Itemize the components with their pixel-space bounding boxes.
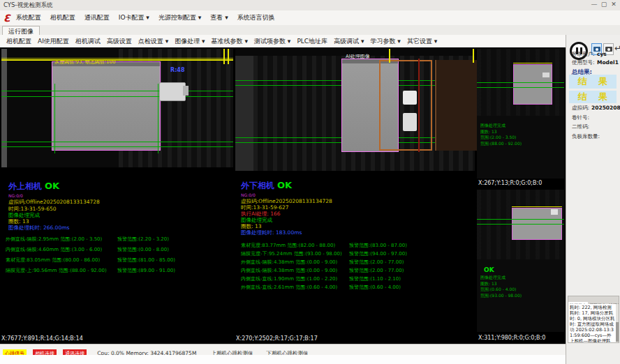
thumb1-camera-viewport[interactable]: 图像处理完成 圈数: 13 范围:(2.00 - 3.50) 范围:(88.00… xyxy=(477,49,564,179)
thumb1-line-0: 图像处理完成 xyxy=(480,123,522,129)
menu-item-comm-config[interactable]: 通讯配置 xyxy=(84,13,110,22)
log-text: 耗时: 222, 网络检测耗时: 17, 网络分发耗时: 0, 网络模块分区耗时… xyxy=(568,304,619,342)
left-warn-0: 预警范围:(2.20 - 3.20) xyxy=(117,236,169,243)
left-yellow-vseg-a xyxy=(223,49,225,64)
middle-warn-0: 预警范围:(83.00 - 87.00) xyxy=(349,242,407,249)
minimize-button[interactable]: — xyxy=(589,1,599,8)
thumb1-bright-blob xyxy=(542,73,549,77)
log-panel: 运行日志报警日志错误日志 耗时: 222, 网络检测耗时: 17, 网络分发耗时… xyxy=(568,296,619,343)
left-overlay-yellow-line-b xyxy=(1,59,233,61)
middle-orange-roi xyxy=(379,60,432,151)
needle-number-label: 卷针号: xyxy=(572,114,589,121)
thumb2-status-bar: X:311;Y:980;R:0;G:0;B:0 xyxy=(477,333,564,343)
window-title: CYS-视觉检测系统 xyxy=(3,1,52,10)
status-bar-lower-strip xyxy=(0,355,566,364)
middle-info-block: 外下相机OK NG:0/0 虚拟码:Offline202502081331347… xyxy=(235,166,475,344)
log-tab-strip: 运行日志报警日志错误日志 xyxy=(568,296,619,304)
app-window: CYS-视觉检测系统 — ▢ ✕ Ɛ 系统配置 相机配置 通讯配置 IO卡配置 … xyxy=(0,0,620,364)
left-process-elapsed: 图像处理耗时: 266.00ms xyxy=(8,225,69,232)
middle-bright-blob-a xyxy=(403,91,417,105)
left-virtual-code: 虚拟码:Offline20250208133134728 xyxy=(8,199,100,206)
thumb1-yellow-line xyxy=(513,63,552,63)
tool-advanced-settings[interactable]: 高级设置 xyxy=(107,37,132,46)
log-scrollbar[interactable] xyxy=(616,304,619,342)
log-content[interactable]: 耗时: 222, 网络检测耗时: 17, 网络分发耗时: 0, 网络模块分区耗时… xyxy=(568,304,619,342)
tool-learning-params[interactable]: 学习参数 ▾ xyxy=(371,37,401,46)
middle-measure-4: 内侧直线-直线:1.90mm 范围:(1.00 - 2.20) xyxy=(241,275,337,282)
thumb2-info-lines: 图像处理完成 圈数: 13 范围:(0.60 - 4.00) 范围:(93.00… xyxy=(480,275,522,298)
thumb1-green-line-a xyxy=(477,82,564,83)
thumb1-line-3: 范围:(88.00 - 92.00) xyxy=(480,141,522,147)
thumb2-green-line-a xyxy=(477,219,564,220)
maximize-button[interactable]: ▢ xyxy=(599,1,609,8)
left-camera-title: 外上相机OK xyxy=(8,179,59,192)
close-button[interactable]: ✕ xyxy=(609,1,619,8)
left-ng-count: NG:0/0 xyxy=(8,193,23,198)
left-result-ok: OK xyxy=(45,181,59,191)
middle-camera-viewport[interactable]: AI处理图像 xyxy=(235,49,475,171)
left-camera-name: 外上相机 xyxy=(8,181,42,191)
tool-plc-address[interactable]: PLC地址库 xyxy=(297,37,327,46)
left-part-region xyxy=(52,61,161,151)
middle-measure-3: 内侧直线-隔膜:4.38mm 范围:(0.00 - 9.00) xyxy=(241,267,337,274)
model-value: Model1 xyxy=(597,59,619,66)
thumb1-info-lines: 图像处理完成 圈数: 13 范围:(2.00 - 3.50) 范围:(88.00… xyxy=(480,123,522,146)
tool-image-processing[interactable]: 图像处理 ▾ xyxy=(175,37,205,46)
middle-process-elapsed: 图像处理耗时: 183.00ms xyxy=(241,229,302,236)
tool-test-params[interactable]: 测试项参数 ▾ xyxy=(254,37,290,46)
thumb2-yellow-line xyxy=(512,206,562,207)
return-arrow-button[interactable]: ↵ xyxy=(614,43,620,53)
menu-item-system-config[interactable]: 系统配置 xyxy=(16,13,41,22)
left-measure-2: 素材宽度:83.05mm 范围:(80.00 - 86.00) xyxy=(6,257,100,264)
middle-bright-blob-b xyxy=(403,113,417,131)
tool-other-settings[interactable]: 其它设置 ▾ xyxy=(407,37,437,46)
middle-yellow-vseg-a xyxy=(389,49,390,63)
model-label: 使用型号: xyxy=(572,59,595,66)
thumb2-green-line-b xyxy=(477,224,564,225)
sidebar: ↵ 登录用户: cys 使用型号: Model1 总结果: 结 果 结 果 虚拟… xyxy=(566,35,620,364)
tool-camera-debug[interactable]: 相机调试 xyxy=(75,37,101,46)
middle-red-vline xyxy=(418,59,420,152)
thumb2-line-1: 圈数: 13 xyxy=(480,281,522,287)
menu-item-language[interactable]: 系统语言切换 xyxy=(237,13,275,22)
thumb1-line-2: 范围:(2.00 - 3.50) xyxy=(480,135,522,141)
tool-spot-check[interactable]: 点检设置 ▾ xyxy=(138,37,168,46)
middle-measure-5: 外侧直线-直线:2.61mm 范围:(0.60 - 4.00) xyxy=(241,284,337,291)
left-connector-blob xyxy=(159,82,186,101)
left-warn-1: 预警范围:(0.00 - 8.00) xyxy=(117,246,169,253)
qr-code-label: 二维码: xyxy=(572,123,589,130)
left-overlay-green-line-b xyxy=(1,96,233,97)
middle-machinery-block xyxy=(435,60,478,151)
menu-bar: Ɛ 系统配置 相机配置 通讯配置 IO卡配置 ▾ 光源控制配置 ▾ 查看 ▾ 系… xyxy=(0,10,620,25)
middle-warn-2: 预警范围:(2.00 - 77.00) xyxy=(349,259,404,266)
tool-ai-config[interactable]: AI使用配置 xyxy=(38,37,69,46)
virtual-code-value: 20250208 xyxy=(591,105,620,111)
log-scroll-thumb[interactable] xyxy=(616,322,619,342)
user-label: 登录用户: xyxy=(572,51,595,58)
left-r-overlay: R:48 xyxy=(170,67,185,73)
left-warn-3: 预警范围:(89.00 - 91.00) xyxy=(117,267,175,274)
middle-ng-count: NG:0/0 xyxy=(241,192,256,197)
menu-item-io-config[interactable]: IO卡配置 ▾ xyxy=(119,13,149,22)
result-box-1: 结 果 xyxy=(569,75,617,89)
left-measure-3: 隔膜宽度-上:90.56mm 范围:(88.00 - 92.00) xyxy=(6,267,107,274)
left-camera-viewport[interactable]: 灰度阈值:93, 动态阈值:100 R:48 xyxy=(1,49,233,167)
menu-item-camera-config[interactable]: 相机配置 xyxy=(50,13,75,22)
menu-item-light-config[interactable]: 光源控制配置 ▾ xyxy=(158,13,201,22)
middle-ai-overlay: AI处理图像 xyxy=(346,53,370,60)
left-info-block: 外上相机OK NG:0/0 虚拟码:Offline202502081331347… xyxy=(1,166,233,344)
tool-baseline-params[interactable]: 基准线参数 ▾ xyxy=(212,37,248,46)
title-bar: CYS-视觉检测系统 — ▢ ✕ xyxy=(0,0,620,11)
middle-measure-2: 外侧直线-隔膜:4.38mm 范围:(0.00 - 9.00) xyxy=(241,259,337,266)
left-overlay-yellow-line-a xyxy=(1,58,233,59)
thumb2-camera-viewport[interactable]: OK 图像处理完成 圈数: 13 范围:(0.60 - 4.00) 范围:(93… xyxy=(477,190,564,332)
tool-camera-config[interactable]: 相机配置 xyxy=(6,37,31,46)
thumb1-part-region xyxy=(513,64,552,105)
menu-item-view[interactable]: 查看 ▾ xyxy=(210,13,228,22)
middle-pixel-readout: X:270;Y:2502;R:17;G:17;B:17 xyxy=(236,335,318,342)
left-warn-2: 预警范围:(81.00 - 85.00) xyxy=(117,257,175,264)
tool-advanced-debug[interactable]: 高级调试 ▾ xyxy=(334,37,364,46)
middle-camera-title: 外下相机OK xyxy=(241,178,292,192)
middle-warn-4: 预警范围:(1.10 - 2.10) xyxy=(349,275,401,282)
thumb2-line-2: 范围:(0.60 - 4.00) xyxy=(480,287,522,293)
